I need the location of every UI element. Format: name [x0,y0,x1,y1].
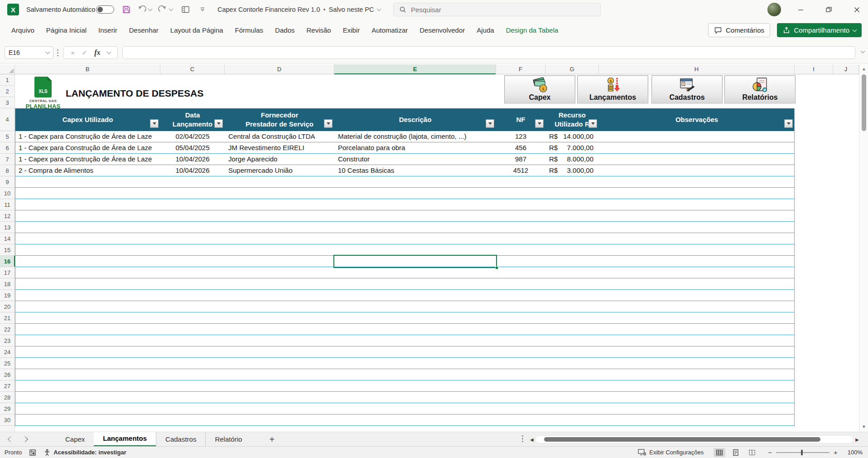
ribbon-tab-design-da-tabela[interactable]: Design da Tabela [500,19,564,42]
cell-descricao[interactable]: Construtor [338,154,492,165]
tabbar-options-handle[interactable] [522,435,523,442]
ribbon-tab-pagina-inicial[interactable]: Página Inicial [40,19,92,42]
cell-nf[interactable]: 4512 [496,165,545,176]
close-icon[interactable] [846,0,867,19]
avatar[interactable] [767,3,781,16]
accessibility-status[interactable]: Acessibilidade: investigar [43,449,126,456]
column-header-J[interactable]: J [833,64,859,74]
row-header-25[interactable]: 25 [0,358,14,369]
table-row-7[interactable]: 1 - Capex para Construção de Área de Laz… [15,154,795,165]
row-header-23[interactable]: 23 [0,335,14,346]
row-header-12[interactable]: 12 [0,210,14,222]
empty-table-row-23[interactable] [15,335,795,346]
sheet-tab-relatorio[interactable]: Relatório [205,432,251,447]
cell-capex[interactable]: 1 - Capex para Construção de Área de Laz… [19,131,154,142]
enter-icon[interactable]: ✓ [82,49,87,57]
cell-capex[interactable]: 1 - Capex para Construção de Área de Laz… [19,154,154,165]
prev-sheet-icon[interactable] [6,435,14,443]
relatorios-button[interactable]: Relatórios [724,75,796,103]
cell-capex[interactable]: 2 - Compra de Alimentos [19,165,154,176]
selected-cell-E16[interactable] [333,255,497,268]
select-all-corner[interactable] [0,64,15,74]
empty-table-row-24[interactable] [15,346,795,358]
cell-data[interactable]: 10/04/2026 [160,154,225,165]
minimize-icon[interactable] [790,0,811,19]
cell-observacoes[interactable] [603,165,788,176]
cell-recurso-valor[interactable]: 14.000,00 [545,131,593,142]
ribbon-tab-ajuda[interactable]: Ajuda [471,19,500,42]
fill-handle[interactable] [495,266,498,269]
empty-table-row-29[interactable] [15,403,795,414]
row-header-16[interactable]: 16 [0,256,14,267]
row-header-5[interactable]: 5 [0,131,14,142]
empty-table-row-26[interactable] [15,369,795,380]
empty-table-row-14[interactable] [15,233,795,244]
insert-function-icon[interactable]: fx [94,49,100,57]
row-header-30[interactable]: 30 [0,414,14,426]
search-box[interactable] [393,3,601,16]
comments-button[interactable]: Comentários [708,23,770,37]
horizontal-scroll-thumb[interactable] [544,437,820,442]
empty-table-row-9[interactable] [15,176,795,188]
formula-input[interactable] [122,46,855,59]
sheet-tab-cadastros[interactable]: Cadastros [156,432,205,447]
next-sheet-icon[interactable] [21,435,29,443]
row-header-2[interactable]: 2 [0,86,14,97]
touch-table-icon[interactable] [180,5,190,14]
add-sheet-button[interactable]: + [269,433,275,446]
view-settings-button[interactable]: Exibir Configurações [638,449,704,456]
document-title[interactable]: Capex Contorle Financeiro Rev 1.0 • Salv… [217,0,381,19]
row-header-14[interactable]: 14 [0,233,14,244]
redo-menu-chevron-icon[interactable] [169,7,174,11]
zoom-slider[interactable] [776,452,829,453]
cell-fornecedor[interactable]: Central da Construção LTDA [228,131,333,142]
cell-recurso-valor[interactable]: 7.000,00 [545,142,593,153]
cell-data[interactable]: 10/04/2026 [160,165,225,176]
function-chevron-icon[interactable] [106,50,111,54]
table-row-6[interactable]: 1 - Capex para Construção de Área de Laz… [15,142,795,154]
view-page-layout-icon[interactable] [730,448,742,457]
view-normal-icon[interactable] [714,448,725,457]
column-header-G[interactable]: G [545,64,599,74]
row-header-28[interactable]: 28 [0,392,14,403]
row-header-6[interactable]: 6 [0,142,14,154]
cell-data[interactable]: 02/04/2025 [160,131,225,142]
row-header-21[interactable]: 21 [0,312,14,324]
row-header-26[interactable]: 26 [0,369,14,380]
row-header-20[interactable]: 20 [0,301,14,312]
empty-table-row-27[interactable] [15,380,795,392]
cell-recurso-valor[interactable]: 8.000,00 [545,154,593,165]
empty-table-row-10[interactable] [15,188,795,199]
filter-button-capex-utilizado[interactable] [150,119,159,128]
share-button[interactable]: Compartilhamento [777,23,862,37]
zoom-out-icon[interactable]: − [768,448,772,456]
sheet-tab-lancamentos[interactable]: Lançamentos [94,432,156,447]
ribbon-tab-desenhar[interactable]: Desenhar [123,19,164,42]
empty-table-row-11[interactable] [15,199,795,210]
zoom-in-icon[interactable]: + [834,448,838,456]
scroll-left-icon[interactable]: ◀ [530,437,534,442]
empty-table-row-12[interactable] [15,210,795,222]
ribbon-collapse-icon[interactable] [198,5,207,14]
cell-fornecedor[interactable]: JM Revestimento EIRELI [228,142,333,153]
ribbon-tab-formulas[interactable]: Fórmulas [229,19,270,42]
search-input[interactable] [411,6,583,14]
zoom-level[interactable]: 100% [848,449,863,456]
row-header-9[interactable]: 9 [0,176,14,188]
cell-nf[interactable]: 123 [496,131,545,142]
ribbon-tab-revisao[interactable]: Revisão [300,19,337,42]
cell-nf[interactable]: 456 [496,142,545,153]
empty-table-row-13[interactable] [15,222,795,233]
column-header-E[interactable]: E [334,64,496,74]
cell-fornecedor[interactable]: Supermercado União [228,165,333,176]
ribbon-tab-layout-da-pagina[interactable]: Layout da Página [164,19,229,42]
scroll-up-icon[interactable]: ▲ [859,67,868,71]
filter-button-descricao[interactable] [486,119,494,128]
row-header-17[interactable]: 17 [0,267,14,278]
ribbon-tab-desenvolvedor[interactable]: Desenvolvedor [414,19,471,42]
vertical-scroll-thumb[interactable] [862,74,866,131]
cell-capex[interactable]: 1 - Capex para Construção de Área de Laz… [19,142,154,153]
cell-recurso-valor[interactable]: 3.000,00 [545,165,593,176]
lancamentos-button[interactable]: $ Lançamentos [577,75,648,103]
scroll-down-icon[interactable]: ▼ [859,424,868,429]
